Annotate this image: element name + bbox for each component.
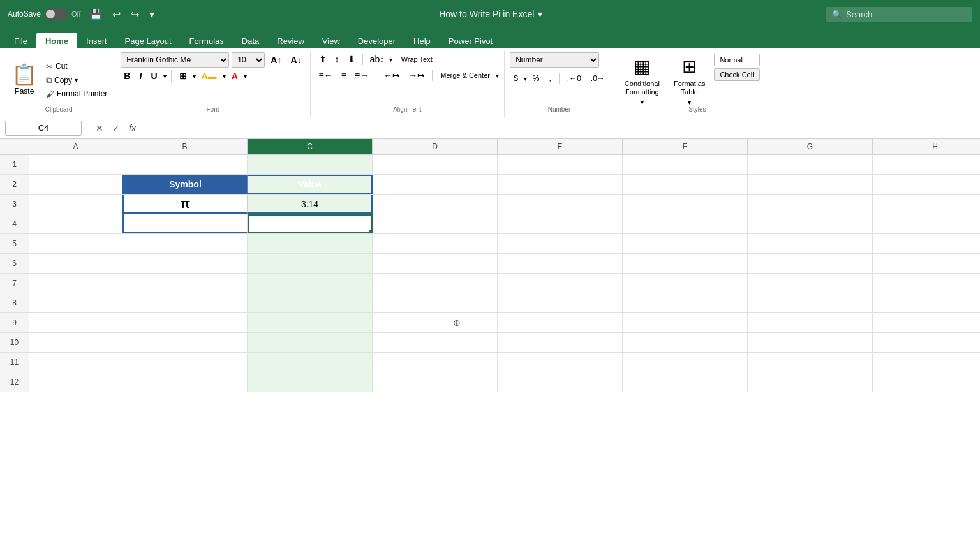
cell-a1[interactable] (29, 155, 122, 174)
cell-b7[interactable] (122, 274, 248, 293)
cell-h6[interactable] (873, 254, 980, 273)
cell-a8[interactable] (29, 293, 122, 312)
copy-dropdown[interactable]: ▾ (75, 77, 78, 84)
cell-a9[interactable] (29, 313, 122, 332)
dollar-dropdown[interactable]: ▾ (524, 75, 527, 82)
format-table-dropdown[interactable]: ▾ (688, 99, 691, 106)
col-header-a[interactable]: A (29, 139, 122, 154)
cell-h7[interactable] (873, 274, 980, 293)
cell-e10[interactable] (498, 333, 623, 352)
font-color-dropdown[interactable]: ▾ (244, 73, 247, 80)
align-bottom-button[interactable]: ⬇ (345, 52, 359, 66)
cell-h9[interactable] (873, 313, 980, 332)
font-size-select[interactable]: 10 (232, 52, 265, 68)
row-num-12[interactable]: 12 (0, 372, 29, 392)
cell-b2[interactable]: Symbol (122, 175, 248, 194)
tab-home[interactable]: Home (36, 33, 77, 48)
cell-d2[interactable] (373, 175, 498, 194)
cell-d1[interactable] (373, 155, 498, 174)
col-header-g[interactable]: G (748, 139, 873, 154)
cell-g12[interactable] (748, 372, 873, 392)
cell-f10[interactable] (623, 333, 748, 352)
cell-c2[interactable]: Value (248, 175, 373, 194)
wrap-text-button[interactable]: Wrap Text (394, 54, 439, 65)
cell-f11[interactable] (623, 353, 748, 372)
row-num-7[interactable]: 7 (0, 274, 29, 293)
cell-h1[interactable] (873, 155, 980, 174)
tab-help[interactable]: Help (405, 33, 440, 48)
fill-dropdown[interactable]: ▾ (223, 73, 226, 80)
underline-dropdown[interactable]: ▾ (163, 73, 167, 80)
cell-f4[interactable] (623, 214, 748, 233)
cell-d11[interactable] (373, 353, 498, 372)
save-button[interactable]: 💾 (87, 6, 104, 22)
underline-button[interactable]: U (147, 70, 160, 82)
cell-c1[interactable] (248, 155, 373, 174)
cell-b1[interactable] (122, 155, 248, 174)
tab-file[interactable]: File (5, 33, 36, 48)
cell-e6[interactable] (498, 254, 623, 273)
copy-button[interactable]: ⧉ Copy ▾ (43, 74, 110, 87)
cell-h8[interactable] (873, 293, 980, 312)
cell-g11[interactable] (748, 353, 873, 372)
cell-b11[interactable] (122, 353, 248, 372)
cell-c5[interactable] (248, 234, 373, 253)
col-header-h[interactable]: H (873, 139, 980, 154)
col-header-f[interactable]: F (623, 139, 748, 154)
cell-h2[interactable] (873, 175, 980, 194)
row-num-5[interactable]: 5 (0, 234, 29, 253)
cell-a4[interactable] (29, 214, 122, 233)
col-header-e[interactable]: E (498, 139, 623, 154)
row-num-1[interactable]: 1 (0, 155, 29, 174)
row-num-9[interactable]: 9 (0, 313, 29, 332)
cell-d6[interactable] (373, 254, 498, 273)
cell-g1[interactable] (748, 155, 873, 174)
number-format-select[interactable]: Number (510, 52, 599, 68)
cell-a3[interactable] (29, 195, 122, 214)
merge-center-button[interactable]: Merge & Center (436, 70, 494, 81)
cell-f8[interactable] (623, 293, 748, 312)
cell-g4[interactable] (748, 214, 873, 233)
cell-g10[interactable] (748, 333, 873, 352)
cell-e4[interactable] (498, 214, 623, 233)
redo-button[interactable]: ↪ (129, 6, 141, 22)
border-button[interactable]: ⊞ (176, 70, 190, 82)
cell-c3[interactable]: 3.14 (248, 195, 373, 214)
cell-h10[interactable] (873, 333, 980, 352)
cell-c10[interactable] (248, 333, 373, 352)
cell-h4[interactable] (873, 214, 980, 233)
cell-h5[interactable] (873, 234, 980, 253)
normal-style-button[interactable]: Normal (714, 54, 759, 66)
decrease-indent-button[interactable]: ←↦ (380, 68, 403, 82)
cell-f7[interactable] (623, 274, 748, 293)
italic-button[interactable]: I (136, 70, 145, 82)
increase-indent-button[interactable]: →↦ (405, 68, 428, 82)
tab-developer[interactable]: Developer (349, 33, 405, 48)
cancel-formula-button[interactable]: ✕ (93, 122, 107, 135)
bold-button[interactable]: B (121, 70, 133, 82)
cell-b4[interactable] (122, 214, 248, 233)
comma-button[interactable]: , (545, 72, 554, 85)
cell-name-box[interactable] (5, 121, 82, 136)
border-dropdown[interactable]: ▾ (193, 73, 196, 80)
quick-access-more[interactable]: ▾ (147, 6, 156, 22)
increase-font-button[interactable]: A↑ (267, 54, 285, 66)
align-middle-button[interactable]: ↕ (332, 52, 343, 66)
cell-g6[interactable] (748, 254, 873, 273)
cell-g9[interactable] (748, 313, 873, 332)
align-top-button[interactable]: ⬆ (316, 52, 330, 66)
decrease-decimal-button[interactable]: .0→ (587, 72, 609, 85)
formula-input[interactable] (142, 121, 975, 136)
paste-button[interactable]: 📋 Paste (8, 60, 41, 98)
cell-g2[interactable] (748, 175, 873, 194)
cell-e8[interactable] (498, 293, 623, 312)
cell-c7[interactable] (248, 274, 373, 293)
cell-d10[interactable] (373, 333, 498, 352)
autosave-toggle[interactable] (45, 8, 68, 20)
cell-c6[interactable] (248, 254, 373, 273)
fill-color-button[interactable]: A▬ (198, 70, 220, 82)
cell-c9[interactable] (248, 313, 373, 332)
cell-b9[interactable] (122, 313, 248, 332)
tab-insert[interactable]: Insert (77, 33, 116, 48)
tab-formulas[interactable]: Formulas (181, 33, 233, 48)
